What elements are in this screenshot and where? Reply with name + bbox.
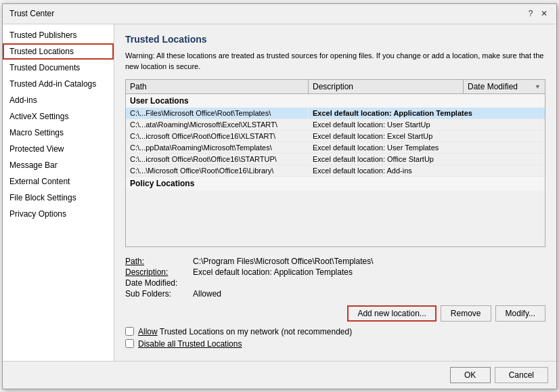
col-description: Description (309, 80, 464, 93)
sidebar-item-trusted-addin-catalogs[interactable]: Trusted Add-in Catalogs (3, 76, 114, 92)
cell-path: C:\...ata\Roaming\Microsoft\Excel\XLSTAR… (126, 119, 309, 130)
cell-path: C:\...ppData\Roaming\Microsoft\Templates… (126, 142, 309, 153)
ok-button[interactable]: OK (450, 367, 491, 383)
detail-section: Path: C:\Program Files\Microsoft Office\… (125, 257, 545, 299)
section-title: Trusted Locations (125, 34, 545, 45)
table-row[interactable]: C:\...\Microsoft Office\Root\Office16\Li… (126, 165, 545, 177)
allow-underline: Allow (138, 327, 158, 336)
group-header-user-locations: User Locations (126, 94, 545, 108)
allow-network-checkbox[interactable] (125, 327, 134, 336)
locations-table: Path Description Date Modified ▼ User Lo… (125, 79, 545, 247)
cell-path: C:\...\Microsoft Office\Root\Office16\Li… (126, 165, 309, 176)
cell-description: Excel default location: Add-ins (309, 165, 545, 176)
main-content: Trusted Locations Warning: All these loc… (114, 24, 556, 361)
cell-description: Excel default location: Application Temp… (309, 108, 545, 118)
title-bar-controls: ? ✕ (525, 8, 550, 19)
path-label: Path: (125, 257, 193, 266)
sidebar-item-trusted-locations[interactable]: Trusted Locations (3, 43, 114, 60)
cell-description: Excel default location: User Templates (309, 142, 545, 153)
disable-all-label[interactable]: Disable all Trusted Locations (138, 339, 242, 349)
add-new-location-button[interactable]: Add new location... (347, 305, 436, 322)
table-row[interactable]: C:\...icrosoft Office\Root\Office16\STAR… (126, 154, 545, 165)
sidebar-item-external-content[interactable]: External Content (3, 173, 114, 190)
sidebar-item-privacy-options[interactable]: Privacy Options (3, 206, 114, 222)
action-buttons: Add new location... Remove Modify... (125, 305, 545, 322)
path-value: C:\Program Files\Microsoft Office\Root\T… (193, 257, 545, 266)
table-row[interactable]: C:\...ata\Roaming\Microsoft\Excel\XLSTAR… (126, 119, 545, 131)
sidebar-item-message-bar[interactable]: Message Bar (3, 157, 114, 173)
disable-all-checkbox[interactable] (125, 339, 134, 348)
cell-description: Excel default location: Excel StartUp (309, 131, 545, 141)
sidebar-item-add-ins[interactable]: Add-ins (3, 92, 114, 108)
cancel-button[interactable]: Cancel (495, 367, 548, 383)
modify-button[interactable]: Modify... (495, 305, 545, 322)
allow-network-row: Allow Trusted Locations on my network (n… (125, 327, 545, 336)
sub-folders-value: Allowed (193, 289, 545, 299)
dialog-title: Trust Center (9, 9, 54, 18)
dialog-body: Trusted PublishersTrusted LocationsTrust… (3, 24, 556, 361)
table-row[interactable]: C:\...Files\Microsoft Office\Root\Templa… (126, 108, 545, 119)
sidebar-item-file-block-settings[interactable]: File Block Settings (3, 190, 114, 206)
title-bar: Trust Center ? ✕ (3, 4, 556, 24)
cell-description: Excel default location: User StartUp (309, 119, 545, 130)
dialog-footer: OK Cancel (3, 361, 556, 389)
date-modified-value (193, 278, 545, 288)
help-button[interactable]: ? (525, 8, 536, 19)
sidebar: Trusted PublishersTrusted LocationsTrust… (3, 24, 114, 361)
sidebar-item-macro-settings[interactable]: Macro Settings (3, 125, 114, 141)
description-value: Excel default location: Application Temp… (193, 267, 545, 277)
allow-network-label[interactable]: Allow Trusted Locations on my network (n… (138, 327, 352, 336)
sidebar-item-activex-settings[interactable]: ActiveX Settings (3, 108, 114, 125)
cell-path: C:\...icrosoft Office\Root\Office16\XLST… (126, 131, 309, 141)
cell-path: C:\...icrosoft Office\Root\Office16\STAR… (126, 154, 309, 165)
cell-description: Excel default location: Office StartUp (309, 154, 545, 165)
table-header: Path Description Date Modified ▼ (126, 80, 545, 94)
sidebar-item-trusted-publishers[interactable]: Trusted Publishers (3, 27, 114, 43)
table-row[interactable]: C:\...icrosoft Office\Root\Office16\XLST… (126, 131, 545, 142)
table-body: User LocationsC:\...Files\Microsoft Offi… (126, 94, 545, 247)
disable-underline: Disable all Trusted Locations (138, 339, 242, 349)
remove-button[interactable]: Remove (441, 305, 491, 322)
group-header-policy-locations: Policy Locations (126, 177, 545, 190)
close-button[interactable]: ✕ (539, 8, 550, 19)
col-path: Path (126, 80, 309, 93)
description-label: Description: (125, 267, 193, 277)
col-date-modified: Date Modified ▼ (464, 80, 545, 93)
disable-all-row: Disable all Trusted Locations (125, 339, 545, 349)
warning-text: Warning: All these locations are treated… (125, 50, 545, 72)
cell-path: C:\...Files\Microsoft Office\Root\Templa… (126, 108, 309, 118)
date-modified-label: Date Modified: (125, 278, 193, 288)
trust-center-dialog: Trust Center ? ✕ Trusted PublishersTrust… (2, 3, 557, 389)
sidebar-item-protected-view[interactable]: Protected View (3, 141, 114, 157)
sort-icon: ▼ (535, 83, 541, 90)
table-row[interactable]: C:\...ppData\Roaming\Microsoft\Templates… (126, 142, 545, 154)
sidebar-item-trusted-documents[interactable]: Trusted Documents (3, 60, 114, 76)
sub-folders-label: Sub Folders: (125, 289, 193, 299)
